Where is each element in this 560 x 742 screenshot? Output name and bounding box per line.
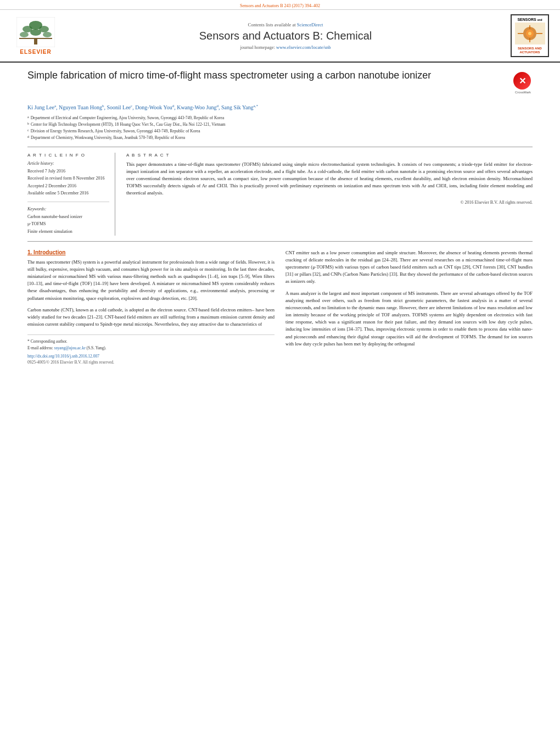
article-content: Simple fabrication of micro time-of-flig… <box>0 63 560 376</box>
sensors-actuators-logo: SENSORS and SENSORS ANDACTUATORS <box>511 14 549 57</box>
elsevier-label: ELSEVIER <box>20 49 51 55</box>
sciencedirect-link[interactable]: ScienceDirect <box>297 22 323 27</box>
crossmark: ✕ CrossMark <box>513 72 533 94</box>
affiliations: a Department of Electrical and Computer … <box>27 115 533 141</box>
body-left-col: 1. Introduction The mass spectrometer (M… <box>27 249 275 365</box>
elsevier-tree-icon <box>16 17 55 47</box>
footnote-section: * Corresponding author. E-mail address: … <box>27 334 275 352</box>
copyright-line: © 2016 Elsevier B.V. All rights reserved… <box>126 200 533 205</box>
sensors-actuators-text: SENSORS ANDACTUATORS <box>514 47 546 54</box>
keyword-1: Carbon nanotube-based ionizer <box>27 213 109 221</box>
author-sang-sik-yang: Sang Sik Yanga,* <box>221 104 258 110</box>
footnote-corresponding: * Corresponding author. <box>27 338 275 345</box>
body-right-col: CNT emitter such as a low power consumpt… <box>285 249 533 365</box>
journal-header: ELSEVIER Contents lists available at Sci… <box>0 10 560 63</box>
journal-homepage: journal homepage: www.elsevier.com/locat… <box>66 44 505 50</box>
keywords-title: Keywords: <box>27 207 109 211</box>
sensors-logo-top-text: SENSORS and <box>514 18 546 21</box>
footnote-email-suffix: (S.S. Yang). <box>87 345 107 350</box>
abstract-text: This paper demonstrates a time-of-flight… <box>126 161 533 197</box>
keyword-2: μ-TOFMS <box>27 220 109 228</box>
article-title: Simple fabrication of micro time-of-flig… <box>27 69 513 82</box>
citation-bar: Sensors and Actuators B 243 (2017) 394–4… <box>0 0 560 10</box>
crossmark-label: CrossMark <box>513 91 533 94</box>
article-title-section: Simple fabrication of micro time-of-flig… <box>27 69 533 97</box>
author-kwang-woo-jung: Kwang-Woo Jungd, <box>177 104 221 110</box>
article-history-title: Article history: <box>27 161 109 166</box>
abstract-column: A B S T R A C T This paper demonstrates … <box>126 153 533 236</box>
main-body: 1. Introduction The mass spectrometer (M… <box>27 241 533 365</box>
body-right-paragraph-2: A mass analyzer is the largest and most … <box>285 290 533 348</box>
body-two-col: 1. Introduction The mass spectrometer (M… <box>27 249 533 365</box>
author-dong-wook-you: Dong-Wook Youd, <box>135 104 177 110</box>
footnote-email-label: E-mail address: <box>27 345 53 350</box>
footnote-email-link[interactable]: ssyang@ajou.ac.kr <box>54 345 86 350</box>
citation-text: Sensors and Actuators B 243 (2017) 394–4… <box>240 3 320 8</box>
affiliation-b: b Center for High Technology Development… <box>27 121 533 128</box>
sensors-logo-icon <box>515 23 545 44</box>
svg-point-4 <box>20 32 29 37</box>
journal-main-title: Sensors and Actuators B: Chemical <box>66 30 505 42</box>
elsevier-logo: ELSEVIER <box>11 17 60 55</box>
article-info-abstract-section: A R T I C L E I N F O Article history: R… <box>27 147 533 236</box>
author-nguyen-tuan-hong: Nguyen Tuan Hongb, <box>59 104 107 110</box>
homepage-link[interactable]: www.elsevier.com/locate/snb <box>276 44 331 50</box>
received-date: Received 7 July 2016 <box>27 168 109 175</box>
available-online-date: Available online 5 December 2016 <box>27 189 109 197</box>
journal-title-center: Contents lists available at ScienceDirec… <box>66 22 505 50</box>
svg-point-5 <box>30 29 41 36</box>
author-soonil-lee: Soonil Leec, <box>107 104 135 110</box>
affiliation-a: a Department of Electrical and Computer … <box>27 115 533 121</box>
footnote-email-line: E-mail address: ssyang@ajou.ac.kr (S.S. … <box>27 345 275 352</box>
affiliation-c: c Division of Energy Systems Research, A… <box>27 128 533 135</box>
keyword-3: Finite element simulation <box>27 228 109 236</box>
article-info-column: A R T I C L E I N F O Article history: R… <box>27 153 115 236</box>
page: Sensors and Actuators B 243 (2017) 394–4… <box>0 0 560 742</box>
doi-link[interactable]: http://dx.doi.org/10.1016/j.snb.2016.12.… <box>27 354 99 359</box>
issn-line: 0925-4005/© 2016 Elsevier B.V. All right… <box>27 360 275 365</box>
affiliation-d: d Department of Chemistry, Wonkwang Univ… <box>27 135 533 141</box>
crossmark-icon: ✕ <box>513 72 531 90</box>
doi-line[interactable]: http://dx.doi.org/10.1016/j.snb.2016.12.… <box>27 354 275 359</box>
article-info-label: A R T I C L E I N F O <box>27 153 109 158</box>
contents-available: Contents lists available at ScienceDirec… <box>66 22 505 27</box>
svg-point-6 <box>43 32 52 37</box>
received-revised-date: Received in revised form 8 November 2016 <box>27 175 109 182</box>
body-left-paragraph-2: Carbon nanotube (CNT), known as a cold c… <box>27 306 275 328</box>
svg-point-12 <box>528 32 531 35</box>
body-left-paragraph-1: The mass spectrometer (MS) system is a p… <box>27 259 275 302</box>
abstract-label: A B S T R A C T <box>126 153 533 158</box>
author-ki-jung-lee: Ki Jung Leea, <box>27 104 59 110</box>
authors-line: Ki Jung Leea, Nguyen Tuan Hongb, Soonil … <box>27 103 533 111</box>
accepted-date: Accepted 2 December 2016 <box>27 182 109 190</box>
section-1-heading: 1. Introduction <box>27 249 275 255</box>
body-right-paragraph-1: CNT emitter such as a low power consumpt… <box>285 249 533 286</box>
svg-rect-8 <box>19 38 52 39</box>
